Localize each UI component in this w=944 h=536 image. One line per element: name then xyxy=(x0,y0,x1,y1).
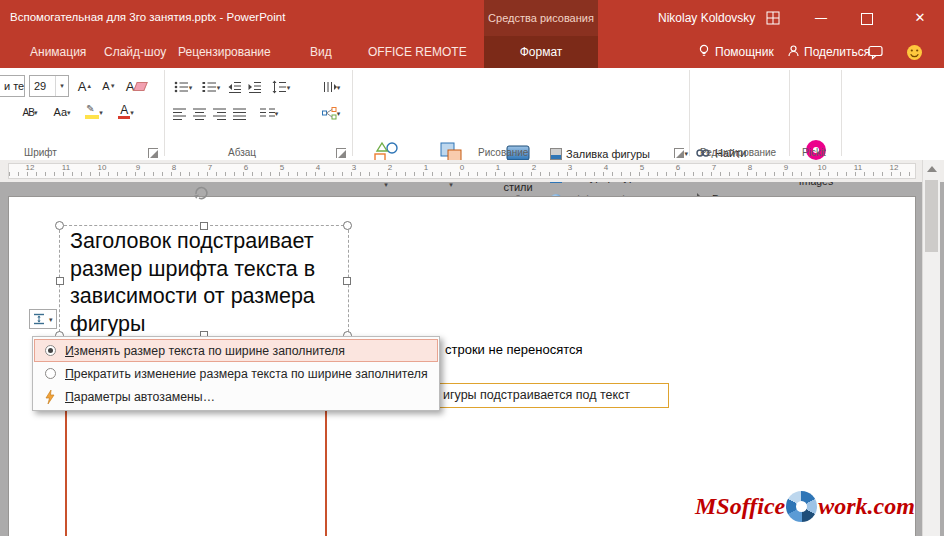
text-direction-icon xyxy=(322,80,337,94)
menu-item-autocorrect-options[interactable]: Параметры автозамены… xyxy=(34,385,438,408)
vertical-scrollbar[interactable] xyxy=(922,160,940,536)
align-right-button[interactable] xyxy=(210,102,228,124)
chevron-down-icon xyxy=(337,84,341,91)
ribbon-tab-row: Анимация Слайд-шоу Рецензирование Вид OF… xyxy=(0,36,944,68)
clear-formatting-button[interactable] xyxy=(122,75,150,97)
ruler-number: 0 xyxy=(460,163,464,172)
contextual-group-label: Средства рисования xyxy=(488,12,594,24)
lightning-bolt-icon xyxy=(45,390,55,404)
align-left-button[interactable] xyxy=(170,102,188,124)
feedback-smiley-icon[interactable] xyxy=(906,36,923,68)
shrink-font-button[interactable] xyxy=(98,75,120,97)
bullet-list-icon xyxy=(174,80,189,94)
chevron-down-icon xyxy=(130,109,134,116)
scrollbar-thumb[interactable] xyxy=(925,180,938,252)
watermark: MSoffice work.com xyxy=(695,491,915,522)
ruler-number: 2 xyxy=(532,163,536,172)
align-center-button[interactable] xyxy=(190,102,208,124)
chevron-down-icon xyxy=(217,84,221,91)
justify-button[interactable] xyxy=(230,102,248,124)
maximize-button[interactable] xyxy=(846,0,888,36)
title-text[interactable]: Заголовок подстраивает размер шрифта тек… xyxy=(70,228,315,338)
chevron-down-icon xyxy=(49,316,53,323)
drawing-dialog-launcher[interactable] xyxy=(674,148,684,158)
resize-handle-top-right[interactable] xyxy=(343,221,352,230)
group-separator xyxy=(352,70,353,156)
character-spacing-button[interactable] xyxy=(16,101,44,123)
character-spacing-icon xyxy=(23,105,34,119)
chevron-down-icon xyxy=(99,109,103,116)
numbered-list-icon xyxy=(202,80,217,94)
close-button[interactable] xyxy=(896,0,944,36)
assistant-button[interactable]: Помощник xyxy=(698,36,774,68)
justify-icon xyxy=(233,107,246,120)
title-placeholder-textbox[interactable]: Заголовок подстраивает размер шрифта тек… xyxy=(59,225,349,337)
watermark-aperture-logo-icon xyxy=(786,491,817,522)
chevron-down-icon xyxy=(449,181,453,188)
tab-review[interactable]: Рецензирование xyxy=(178,36,271,68)
autofit-options-button[interactable] xyxy=(29,309,57,329)
chevron-down-icon xyxy=(189,84,193,91)
ribbon: и те 29 Шрифт xyxy=(0,68,944,161)
columns-icon xyxy=(260,107,275,120)
grow-font-button[interactable] xyxy=(74,75,96,97)
increase-indent-button[interactable] xyxy=(246,76,264,98)
person-icon xyxy=(788,45,799,60)
font-group-label: Шрифт xyxy=(24,147,57,158)
text-direction-button[interactable] xyxy=(318,76,344,98)
tab-view[interactable]: Вид xyxy=(310,36,332,68)
paragraph-dialog-launcher[interactable] xyxy=(336,148,346,158)
callout-textbox[interactable]: игуры подстраивается под текст xyxy=(429,383,669,408)
ruler-number: 8 xyxy=(748,163,752,172)
minimize-button[interactable] xyxy=(800,0,842,36)
font-dialog-launcher[interactable] xyxy=(148,148,158,158)
ruler-number: 11 xyxy=(62,163,70,172)
menu-item-stop-autofit[interactable]: Прекратить изменение размера текста по ш… xyxy=(34,362,438,385)
shape-right-border[interactable] xyxy=(325,409,327,536)
highlighter-icon xyxy=(85,105,99,119)
menu-item-autofit-text[interactable]: Изменять размер текста по ширине заполни… xyxy=(34,339,438,362)
scroll-up-arrow-icon[interactable] xyxy=(927,166,937,172)
tab-animation[interactable]: Анимация xyxy=(30,36,86,68)
resize-handle-top-left[interactable] xyxy=(55,221,64,230)
font-color-button[interactable] xyxy=(112,101,140,123)
tab-slideshow[interactable]: Слайд-шоу xyxy=(104,36,166,68)
numbering-button[interactable] xyxy=(198,76,224,98)
chevron-down-icon xyxy=(275,110,279,117)
powerpoint-window: Вспомогательная для 3го занятия.pptx - P… xyxy=(0,0,944,536)
ruler-number: 4 xyxy=(316,163,320,172)
align-right-icon xyxy=(213,107,226,120)
shape-left-border[interactable] xyxy=(65,409,67,536)
change-case-button[interactable] xyxy=(48,101,76,123)
group-separator xyxy=(689,70,690,156)
chevron-down-icon xyxy=(67,109,71,116)
ribbon-display-options-icon[interactable] xyxy=(766,11,780,25)
tab-format[interactable]: Формат xyxy=(484,36,598,68)
ruler-number: 5 xyxy=(640,163,644,172)
slide-body-text[interactable]: строки не переносятся xyxy=(445,342,583,357)
resize-handle-top[interactable] xyxy=(200,222,208,230)
ruler-number: 10 xyxy=(98,163,107,172)
signed-in-user[interactable]: Nikolay Koldovsky xyxy=(658,11,755,25)
decrease-indent-button[interactable] xyxy=(226,76,244,98)
line-spacing-button[interactable] xyxy=(268,76,294,98)
resize-handle-right[interactable] xyxy=(343,277,351,285)
share-button[interactable]: Поделиться xyxy=(788,36,870,68)
document-title: Вспомогательная для 3го занятия.pptx - P… xyxy=(10,11,285,23)
font-size-combo[interactable]: 29 xyxy=(29,75,69,97)
line-spacing-icon xyxy=(272,80,287,94)
ruler-number: 12 xyxy=(26,163,35,172)
columns-button[interactable] xyxy=(256,102,282,124)
ruler-ticks xyxy=(9,172,915,176)
ruler-number: 7 xyxy=(712,163,716,172)
comments-icon[interactable] xyxy=(868,36,884,68)
bullets-button[interactable] xyxy=(170,76,196,98)
convert-smartart-button[interactable] xyxy=(318,102,344,124)
watermark-left-text: MSoffice xyxy=(695,493,785,520)
text-highlight-button[interactable] xyxy=(80,101,108,123)
resize-handle-left[interactable] xyxy=(56,277,64,285)
font-name-combo[interactable]: и те xyxy=(0,75,25,97)
tab-office-remote[interactable]: OFFICE REMOTE xyxy=(368,36,467,68)
rotation-handle[interactable] xyxy=(191,183,211,203)
group-separator xyxy=(164,70,165,156)
